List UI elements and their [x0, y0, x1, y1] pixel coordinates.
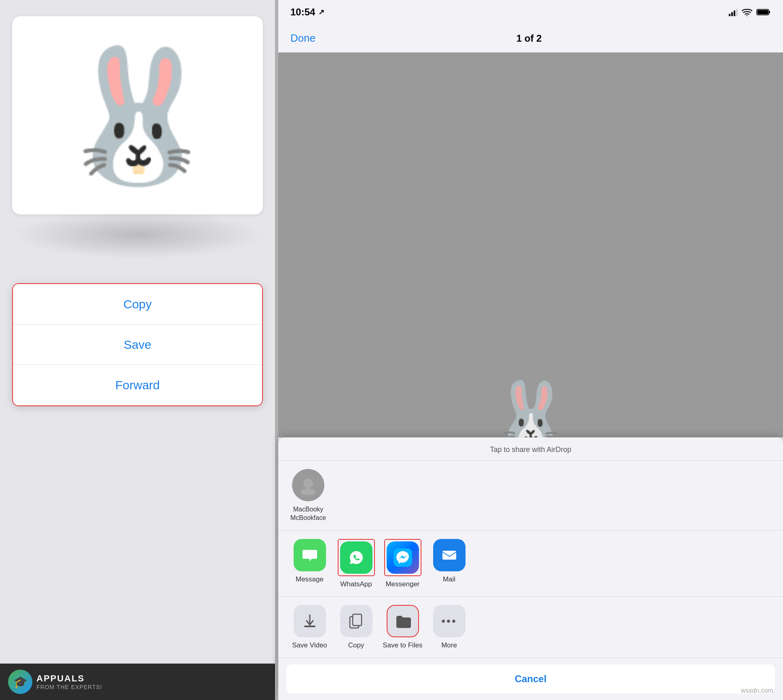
nav-bar: Done 1 of 2: [278, 24, 783, 53]
status-time: 10:54 ↗: [290, 6, 324, 18]
appuals-bar: 🎓 APPUALS FROM THE EXPERTS!: [0, 664, 275, 700]
share-whatsapp-app[interactable]: WhatsApp: [333, 539, 379, 588]
watermark: wsxdn.com: [741, 687, 773, 694]
left-phone-panel: 🐰 Copy Save Forward 🎓 APPUALS FROM THE E…: [0, 0, 275, 700]
message-icon: [294, 539, 326, 571]
status-icons: [729, 8, 771, 16]
svg-rect-3: [769, 11, 770, 13]
messenger-red-border: [384, 539, 421, 576]
save-video-action[interactable]: Save Video: [286, 605, 333, 649]
save-to-files-icon-bg: [387, 605, 419, 637]
svg-rect-13: [353, 614, 362, 626]
save-to-files-label: Save to Files: [383, 641, 422, 649]
whatsapp-icon: [340, 541, 372, 574]
airdrop-contacts-row: MacBooky McBookface: [278, 461, 783, 531]
copy-option[interactable]: Copy: [13, 284, 262, 325]
share-mail-app[interactable]: Mail: [426, 539, 472, 583]
svg-rect-2: [758, 10, 768, 15]
more-dots-icon: •••: [441, 615, 457, 628]
save-video-icon: [301, 613, 318, 630]
save-to-files-action[interactable]: Save to Files: [379, 605, 426, 649]
message-app-label: Message: [296, 575, 324, 583]
copy-icon: [348, 613, 365, 630]
contact-name: MacBooky McBookface: [290, 505, 326, 522]
location-arrow-icon: ↗: [318, 8, 324, 17]
messenger-app-label: Messenger: [385, 580, 419, 588]
appuals-name: APPUALS: [36, 673, 102, 684]
photo-preview-area: 🐰: [278, 53, 783, 437]
contact-macbooky[interactable]: MacBooky McBookface: [290, 469, 326, 522]
whatsapp-red-border: [338, 539, 375, 576]
signal-bars-icon: [729, 8, 738, 16]
share-messenger-app[interactable]: Messenger: [379, 539, 426, 588]
more-icon-bg: •••: [433, 605, 466, 637]
messenger-icon: [387, 541, 419, 574]
right-phone-panel: 10:54 ↗: [278, 0, 783, 700]
more-label: More: [441, 641, 457, 649]
save-video-label: Save Video: [292, 641, 327, 649]
appuals-logo-icon: 🎓: [8, 670, 32, 694]
svg-rect-10: [442, 551, 456, 560]
panel-divider: [275, 0, 278, 700]
svg-point-4: [303, 479, 313, 488]
save-option[interactable]: Save: [13, 325, 262, 365]
share-actions-row: Save Video Copy Save: [278, 597, 783, 658]
page-indicator: 1 of 2: [516, 33, 542, 44]
done-button[interactable]: Done: [290, 32, 315, 45]
share-sheet: Tap to share with AirDrop MacBooky McBoo…: [278, 437, 783, 700]
context-menu: Copy Save Forward: [12, 283, 263, 406]
save-video-icon-bg: [294, 605, 326, 637]
bunny-preview-emoji: 🐰: [490, 378, 571, 437]
status-bar: 10:54 ↗: [278, 0, 783, 24]
mail-app-label: Mail: [443, 575, 455, 583]
wifi-icon: [742, 8, 752, 16]
svg-rect-11: [304, 626, 315, 627]
svg-point-0: [747, 15, 748, 16]
mail-icon: [433, 539, 466, 571]
share-apps-row: Message WhatsApp: [278, 531, 783, 597]
cancel-button[interactable]: Cancel: [286, 664, 775, 694]
contact-avatar: [292, 469, 324, 501]
forward-option[interactable]: Forward: [13, 365, 262, 405]
copy-action[interactable]: Copy: [333, 605, 379, 649]
bunny-emoji: 🐰: [57, 51, 218, 180]
copy-action-label: Copy: [348, 641, 364, 649]
more-action[interactable]: ••• More: [426, 605, 472, 649]
share-message-app[interactable]: Message: [286, 539, 333, 583]
shadow-area: [12, 210, 263, 259]
whatsapp-app-label: WhatsApp: [340, 580, 372, 588]
bunny-image-card: 🐰: [12, 16, 263, 214]
copy-icon-bg: [340, 605, 372, 637]
battery-icon: [756, 8, 771, 16]
svg-point-5: [301, 488, 315, 495]
appuals-subtext: FROM THE EXPERTS!: [36, 684, 102, 690]
airdrop-hint: Tap to share with AirDrop: [278, 437, 783, 461]
save-to-files-icon: [394, 613, 411, 630]
